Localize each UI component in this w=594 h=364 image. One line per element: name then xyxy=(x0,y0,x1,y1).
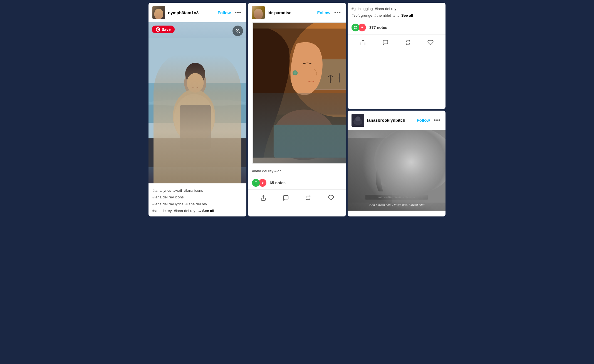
notes-count-3: 377 notes xyxy=(369,25,387,30)
svg-rect-24 xyxy=(274,125,346,158)
action-row-2 xyxy=(248,191,346,205)
svg-rect-27 xyxy=(253,29,346,158)
reblog-icon-2 xyxy=(252,179,260,187)
post-image-container-4: And I loved him, I loved him, I loved hi… xyxy=(348,130,446,211)
svg-rect-35 xyxy=(348,138,392,203)
post-header-1: nymph3tam1n3 Follow ••• xyxy=(148,3,246,22)
post-tags-3: #girlblogging #lana del rey#soft grunge … xyxy=(348,3,446,21)
tag-text-2: #lana del rey #ldr xyxy=(252,169,281,173)
post-card-3-top: #girlblogging #lana del rey#soft grunge … xyxy=(348,3,446,109)
notes-icons-3: ♥ xyxy=(352,24,366,31)
heart-button-2[interactable] xyxy=(326,194,336,202)
post-card-2: ldr-paradise Follow ••• xyxy=(248,3,346,216)
svg-point-37 xyxy=(402,159,418,179)
username-2: ldr-paradise xyxy=(268,10,314,15)
post-tags-1: #lana lyrics #waif #lana icons#lana del … xyxy=(148,183,246,216)
post-tags-2: #lana del rey #ldr xyxy=(248,164,346,177)
svg-point-23 xyxy=(274,109,335,160)
divider-3 xyxy=(348,34,446,34)
username-4: lanasbrooklynbitch xyxy=(367,118,414,123)
svg-rect-0 xyxy=(148,38,246,167)
heart-icon-2: ♥ xyxy=(259,179,266,187)
share-button-2[interactable] xyxy=(258,194,269,202)
svg-line-12 xyxy=(239,32,240,33)
post-image-2 xyxy=(253,22,346,164)
post-image-1 xyxy=(148,22,246,183)
avatar-1 xyxy=(152,6,165,19)
svg-rect-9 xyxy=(180,105,211,149)
follow-button-4[interactable]: Follow xyxy=(417,118,430,123)
avatar-2 xyxy=(252,6,265,19)
feed-container: nymph3tam1n3 Follow ••• xyxy=(148,3,446,216)
svg-point-4 xyxy=(184,69,206,96)
post-tags-4: #2014 grunge #2014 tumblr#nostalgia #arc… xyxy=(348,211,446,217)
comment-button-3[interactable] xyxy=(380,38,391,47)
svg-point-32 xyxy=(355,116,360,121)
more-button-4[interactable]: ••• xyxy=(433,117,442,123)
notes-row-3: ♥ 377 notes xyxy=(348,21,446,33)
more-button-2[interactable]: ••• xyxy=(333,9,342,16)
svg-point-5 xyxy=(185,63,205,85)
svg-point-36 xyxy=(379,149,397,171)
save-button-1[interactable]: Save xyxy=(152,26,175,33)
save-label-1: Save xyxy=(162,27,171,32)
comment-button-2[interactable] xyxy=(281,194,291,202)
reblog-icon-3 xyxy=(352,24,359,31)
svg-text:And I loved him, I loved him, : And I loved him, I loved him, I loved hi… xyxy=(378,196,415,199)
heart-icon-3: ♥ xyxy=(358,24,366,31)
svg-rect-38 xyxy=(365,195,428,200)
username-1: nymph3tam1n3 xyxy=(168,10,215,15)
heart-button-3[interactable] xyxy=(425,38,436,47)
reblog-button-3[interactable] xyxy=(403,38,413,47)
svg-rect-1 xyxy=(148,83,246,123)
see-all-1[interactable]: … See all xyxy=(197,209,214,213)
svg-rect-33 xyxy=(348,138,446,203)
post-image-4: And I loved him, I loved him, I loved hi… xyxy=(348,130,446,211)
follow-button-2[interactable]: Follow xyxy=(317,10,330,15)
notes-count-2: 65 notes xyxy=(270,181,286,185)
reblog-button-2[interactable] xyxy=(303,194,314,202)
post-card-4: lanasbrooklynbitch Follow ••• xyxy=(348,111,446,217)
post-header-2: ldr-paradise Follow ••• xyxy=(248,3,346,22)
svg-point-7 xyxy=(174,94,214,143)
right-column: #girlblogging #lana del rey#soft grunge … xyxy=(348,3,446,216)
post-image-container-1: Save xyxy=(148,22,246,183)
post-image-container-2 xyxy=(248,22,346,164)
svg-rect-2 xyxy=(148,105,246,123)
post-header-4: lanasbrooklynbitch Follow ••• xyxy=(348,111,446,130)
svg-point-6 xyxy=(173,89,215,143)
see-all-3[interactable]: See all xyxy=(401,13,413,18)
post-card-1: nymph3tam1n3 Follow ••• xyxy=(148,3,246,216)
notes-icons-2: ♥ xyxy=(252,179,266,187)
avatar-4 xyxy=(352,114,364,127)
svg-rect-10 xyxy=(148,138,246,167)
lens-button-1[interactable] xyxy=(232,26,243,36)
tag-text-4: #2014 grunge #2014 tumblr#nostalgia #arc… xyxy=(352,216,401,217)
more-button-1[interactable]: ••• xyxy=(234,9,242,16)
notes-row-2: ♥ 65 notes xyxy=(248,177,346,188)
svg-point-34 xyxy=(374,130,446,194)
follow-button-1[interactable]: Follow xyxy=(217,10,231,15)
tag-text-3: #girlblogging #lana del rey#soft grunge … xyxy=(352,7,401,18)
divider-2 xyxy=(248,190,346,190)
svg-point-3 xyxy=(148,99,246,106)
action-row-3 xyxy=(348,36,446,49)
svg-point-8 xyxy=(187,73,204,93)
share-button-3[interactable] xyxy=(358,38,368,47)
